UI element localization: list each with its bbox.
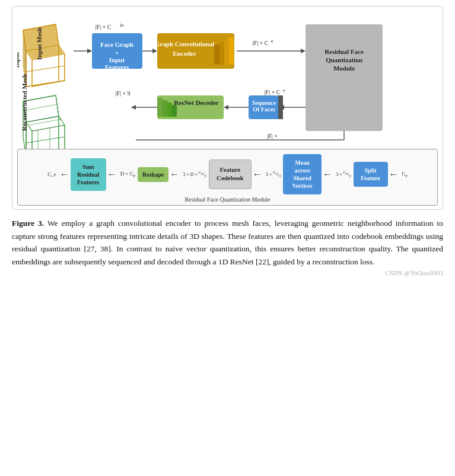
arrow-left-6: ←	[388, 169, 400, 180]
dim-F-x: |F| ×	[267, 133, 278, 139]
split-box: SplitFeature	[354, 162, 388, 187]
diagram-area: Input Input Mesh	[12, 6, 443, 210]
bottom-flow: C_e ← SumResidualFeatures ← D × Ce Resha…	[23, 154, 432, 194]
dim-F-Ce-top: |F| × C	[253, 40, 269, 46]
encoder-text1: Graph Convolutional	[155, 40, 215, 47]
svg-marker-44	[224, 105, 228, 110]
svg-line-27	[25, 104, 58, 110]
dim-3Ce3-mid1: 3 × Ce/3	[265, 170, 282, 178]
svg-marker-33	[152, 49, 157, 53]
svg-rect-37	[214, 44, 219, 65]
svg-rect-34	[228, 37, 234, 65]
seq-text1: Sequence	[252, 100, 276, 106]
caption: Figure 3. We employ a graph convolutiona…	[12, 217, 443, 268]
dim-Ce-sub2: e	[283, 88, 285, 93]
svg-rect-45	[157, 98, 163, 117]
face-graph-text2: +	[115, 49, 119, 56]
dim-F-Cin: |F| × C	[96, 24, 112, 30]
svg-line-26	[29, 119, 62, 125]
svg-marker-39	[301, 49, 306, 53]
reconstructed-mesh-text: Reconstructed Mesh	[21, 74, 28, 131]
residual-text3: Module	[333, 65, 355, 72]
codebook-box: FeatureCodebook	[209, 159, 252, 189]
dim-Ce-left: C_e	[46, 171, 58, 178]
svg-rect-47	[167, 103, 172, 117]
arrow-left-2: ←	[106, 169, 118, 180]
dim-DxCe: D × Ce	[119, 171, 136, 178]
svg-marker-14	[23, 95, 59, 122]
svg-marker-50	[131, 105, 136, 110]
face-graph-text4: Features	[105, 63, 129, 71]
face-graph-text1: Face Graph	[100, 41, 133, 48]
svg-marker-31	[87, 49, 92, 53]
fig-label: Figure 3.	[12, 219, 44, 228]
face-graph-text3: Input	[109, 56, 125, 63]
arrow-left-1: ←	[59, 169, 71, 180]
svg-rect-48	[171, 105, 177, 117]
svg-rect-35	[224, 40, 229, 65]
svg-line-9	[32, 81, 65, 87]
input-mesh-text: Input Mesh	[36, 27, 43, 60]
top-diagram-svg: Input Input Mesh	[17, 12, 448, 149]
dim-Ce-right: Ce	[401, 171, 409, 178]
dim-F-Ce-mid: |F| × C	[265, 89, 281, 95]
sum-residual-box: SumResidualFeatures	[71, 158, 106, 191]
arrow-left-5: ←	[322, 169, 333, 180]
bottom-section: C_e ← SumResidualFeatures ← D × Ce Resha…	[17, 149, 438, 206]
dim-3DxCe3: 3 × D × Ce/3	[182, 170, 208, 178]
mean-box: MeanacrossSharedVertices	[283, 154, 322, 194]
arrow-left-3: ←	[168, 169, 180, 180]
reshape-box: Reshape	[138, 167, 168, 182]
resnet-text1: ResNet Decoder	[174, 99, 219, 106]
svg-line-24	[56, 95, 59, 116]
residual-box	[306, 24, 383, 131]
encoder-text2: Encoder	[173, 50, 196, 57]
module-label: Residual Face Quantization Module	[184, 196, 270, 203]
svg-rect-42	[278, 95, 283, 119]
input-mesh-label: Input	[17, 52, 20, 68]
arrow-left-4: ←	[252, 169, 263, 180]
dim-Cin-sub: in	[120, 23, 123, 28]
svg-line-25	[23, 95, 56, 101]
residual-text2: Quantization	[326, 56, 362, 63]
watermark: CSDN @YuQiao0303	[12, 269, 443, 276]
dim-3Ce3-mid2: 3 × Ce/3	[335, 170, 352, 178]
dim-Ce-sub1: e	[271, 39, 273, 44]
residual-text1: Residual Face	[324, 48, 364, 55]
seq-text2: Of Faces	[253, 106, 275, 113]
svg-rect-36	[219, 42, 224, 65]
page: { "diagram": { "title": "Architecture Di…	[0, 0, 455, 282]
svg-rect-46	[162, 100, 167, 117]
caption-text: We employ a graph convolutional encoder …	[12, 219, 443, 266]
dim-F-9: |F| × 9	[115, 90, 130, 97]
